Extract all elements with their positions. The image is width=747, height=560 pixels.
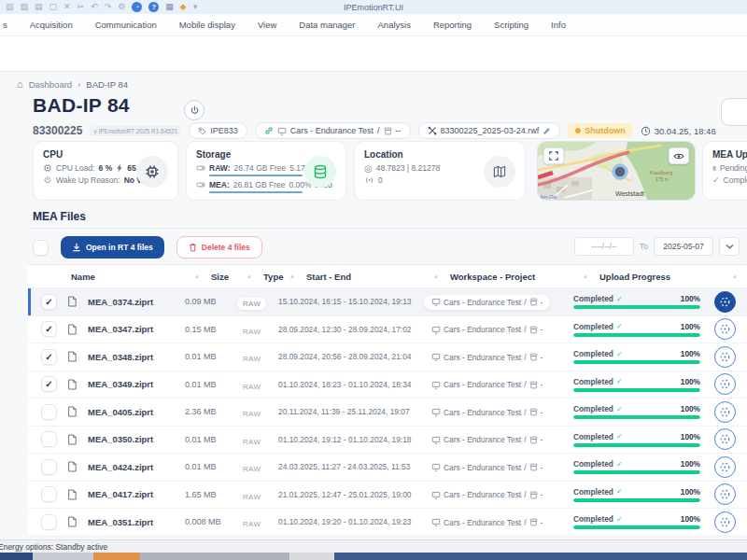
menu-item-data-manager[interactable]: Data manager xyxy=(299,20,355,30)
date-to-input[interactable]: 2025-05-07 xyxy=(654,237,713,256)
row-checkbox[interactable]: ✓ xyxy=(41,349,57,365)
table-row[interactable]: ✓ MEA_0348.ziprt 0.01 MB RAW 28.09.2024,… xyxy=(28,343,747,371)
file-type-badge: RAW xyxy=(237,353,266,365)
menu-item-acquisition[interactable]: Acquisition xyxy=(30,20,73,30)
check-icon: ✓ xyxy=(616,487,623,496)
menu-item-analysis[interactable]: Analysis xyxy=(378,20,411,30)
table-row[interactable]: ✓ MEA_0349.ziprt 0.01 MB RAW 01.10.2024,… xyxy=(28,371,747,399)
last-seen-timestamp: 30.04.25, 18:46 xyxy=(641,126,716,136)
home-icon[interactable]: ⌂ xyxy=(17,78,23,90)
open-file-button[interactable] xyxy=(714,456,736,478)
open-file-button[interactable] xyxy=(714,373,736,395)
monitor-icon xyxy=(431,298,441,306)
check-icon: ✓ xyxy=(616,295,623,303)
open-file-button[interactable] xyxy=(714,401,736,423)
table-row[interactable]: ✓ MEA_0350.ziprt 0.01 MB RAW 01.10.2024,… xyxy=(28,427,747,455)
open-file-button[interactable] xyxy=(714,318,736,340)
file-name: MEA_0347.ziprt xyxy=(88,324,185,334)
table-row[interactable]: ✓ MEA_0347.ziprt 0.15 MB RAW 28.09.2024,… xyxy=(28,316,747,344)
file-size: 0.01 MB xyxy=(185,380,237,389)
breadcrumb-dashboard[interactable]: Dashboard xyxy=(29,79,72,90)
file-type-badge: RAW xyxy=(237,491,266,503)
row-checkbox[interactable]: ✓ xyxy=(41,459,57,475)
menu-item-view[interactable]: View xyxy=(258,20,276,30)
column-header-upload[interactable]: Upload Progress▲ xyxy=(599,272,747,282)
device-tag-pill[interactable]: IPE833 xyxy=(189,122,247,139)
wakeup-icon xyxy=(43,175,52,185)
crosshair-icon xyxy=(719,433,731,445)
map-visibility-button[interactable] xyxy=(669,147,689,164)
file-start-end: 20.11.2024, 11:39 - 25.11.2024, 19:07 xyxy=(278,407,424,416)
status-dot-icon xyxy=(575,128,581,133)
file-icon xyxy=(67,434,88,445)
file-size: 1.65 MB xyxy=(185,490,237,499)
column-header-name[interactable]: Name▲ xyxy=(65,272,211,282)
sort-icon: ▲ xyxy=(289,273,295,279)
row-checkbox[interactable]: ✓ xyxy=(41,376,57,392)
edit-icon[interactable] xyxy=(543,127,551,135)
row-checkbox[interactable]: ✓ xyxy=(41,514,57,530)
completed-label: Completed xyxy=(724,175,747,185)
monitor-icon xyxy=(431,353,441,361)
menu-item-s[interactable]: s xyxy=(3,20,7,30)
file-type-badge: RAW xyxy=(237,463,266,475)
open-file-button[interactable] xyxy=(714,511,736,533)
upload-percent: 100% xyxy=(681,322,700,331)
files-section-title: MEA Files xyxy=(33,210,86,223)
drive-icon xyxy=(196,181,205,189)
menu-item-info[interactable]: Info xyxy=(551,20,566,30)
crosshair-icon xyxy=(719,461,731,473)
row-checkbox[interactable]: ✓ xyxy=(41,431,57,447)
menu-item-mobile-display[interactable]: Mobile display xyxy=(179,20,235,30)
open-file-button[interactable] xyxy=(714,291,736,313)
upload-progress: Completed ✓ 100% xyxy=(573,514,710,529)
workspace-pill[interactable]: Cars - Endurance Test / -- xyxy=(255,122,411,139)
device-serial: 83300225 xyxy=(33,124,82,137)
file-size: 0.01 MB xyxy=(185,435,237,444)
workspace-project-pill: Cars - Endurance Test / - xyxy=(424,405,550,420)
chevron-down-icon xyxy=(726,244,734,250)
table-row[interactable]: ✓ MEA_0351.ziprt 0.008 MB RAW 01.10.2024… xyxy=(28,509,747,537)
window-title-bar: ▥▧▤▢✕✂↶↷⚙◔?▦◆▾ IPEmotionRT.UI xyxy=(0,0,747,14)
open-file-button[interactable] xyxy=(714,428,736,450)
row-checkbox[interactable]: ✓ xyxy=(41,404,57,420)
row-checkbox[interactable]: ✓ xyxy=(41,294,57,310)
monitor-icon xyxy=(431,491,441,499)
power-button[interactable] xyxy=(184,100,204,120)
column-header-workspace[interactable]: Workspace - Project▲ xyxy=(450,272,599,282)
column-header-start-end[interactable]: Start - End▲ xyxy=(306,272,450,282)
location-map[interactable]: Weststadt Kuedberg 175 m Am-Ost xyxy=(537,141,696,201)
file-name: MEA_0349.ziprt xyxy=(88,379,185,389)
table-row[interactable]: ✓ MEA_0374.ziprt 0.09 MB RAW 15.10.2024,… xyxy=(28,288,747,316)
upload-percent: 100% xyxy=(681,514,700,524)
header-action-button[interactable] xyxy=(721,98,747,126)
upload-progress: Completed ✓ 100% xyxy=(573,322,710,337)
menu-item-communication[interactable]: Communication xyxy=(95,20,157,30)
crosshair-icon xyxy=(719,323,731,335)
table-row[interactable]: ✓ MEA_0405.ziprt 2.36 MB RAW 20.11.2024,… xyxy=(28,399,747,427)
map-fullscreen-button[interactable] xyxy=(543,147,564,164)
open-in-rt-button[interactable]: Open in RT 4 files xyxy=(61,236,164,259)
column-header-size[interactable]: Size▲ xyxy=(211,272,263,282)
config-file-pill[interactable]: 83300225_2025-03-24.rwf xyxy=(418,122,561,139)
sort-icon: ▲ xyxy=(433,273,439,279)
menu-item-reporting[interactable]: Reporting xyxy=(433,20,472,30)
crosshair-icon xyxy=(719,516,731,528)
open-file-button[interactable] xyxy=(714,483,736,505)
raw-storage-bar xyxy=(209,175,303,176)
table-row[interactable]: ✓ MEA_0417.ziprt 1.65 MB RAW 21.01.2025,… xyxy=(28,482,747,510)
select-all-checkbox[interactable]: ✓ xyxy=(33,240,49,256)
menu-bar: sAcquisitionCommunicationMobile displayV… xyxy=(0,14,747,36)
date-dropdown-button[interactable] xyxy=(719,237,740,256)
delete-files-button[interactable]: Delete 4 files xyxy=(176,236,262,259)
file-start-end: 15.10.2024, 16:15 - 15.10.2024, 19:13 xyxy=(278,297,424,306)
menu-item-scripting[interactable]: Scripting xyxy=(494,20,529,30)
row-checkbox[interactable]: ✓ xyxy=(41,321,57,337)
archive-icon xyxy=(529,436,538,444)
table-row[interactable]: ✓ MEA_0424.ziprt 0.01 MB RAW 24.03.2025,… xyxy=(28,454,747,482)
open-file-button[interactable] xyxy=(714,346,736,368)
column-header-type[interactable]: Type▲ xyxy=(263,272,306,282)
row-checkbox[interactable]: ✓ xyxy=(41,486,57,502)
date-from-input[interactable]: ----/--/-- xyxy=(574,237,634,256)
section-divider xyxy=(28,228,747,229)
